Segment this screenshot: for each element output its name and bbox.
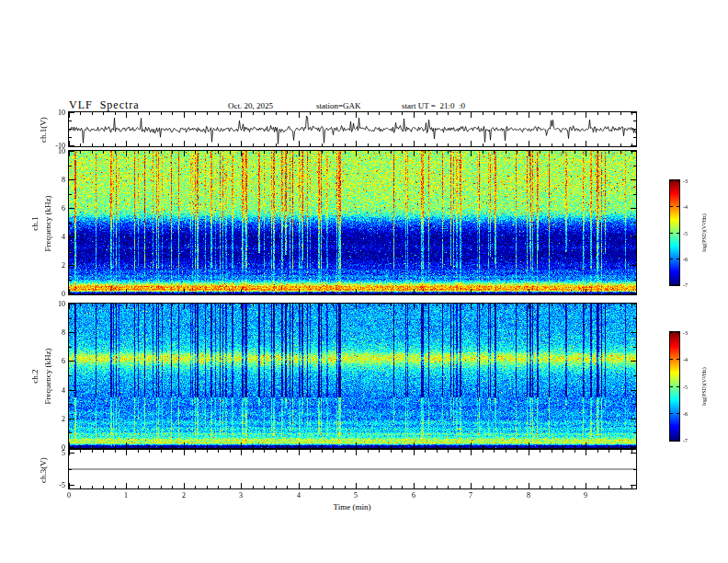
axis-tick <box>391 304 392 306</box>
axis-tick <box>494 445 495 448</box>
axis-tick <box>597 112 598 115</box>
axis-tick <box>126 442 127 448</box>
colorbar-ch1 <box>669 179 680 286</box>
axis-tick <box>184 151 185 156</box>
axis-tick <box>677 440 679 441</box>
axis-tick <box>586 442 586 448</box>
axis-tick <box>241 304 242 309</box>
axis-tick <box>631 112 632 115</box>
axis-tick <box>345 450 346 453</box>
axis-tick <box>161 144 162 146</box>
axis-tick <box>471 450 472 455</box>
axis-tick <box>103 445 104 448</box>
axis-tick <box>172 486 173 488</box>
x-tick-label: 2 <box>173 491 195 500</box>
axis-tick <box>299 141 300 146</box>
axis-tick <box>540 151 540 154</box>
axis-tick <box>597 292 598 294</box>
axis-tick <box>670 440 673 441</box>
axis-tick <box>631 361 636 362</box>
axis-tick <box>80 445 81 448</box>
axis-tick <box>633 223 636 224</box>
axis-tick <box>448 450 449 453</box>
axis-tick <box>333 304 334 306</box>
axis-tick <box>402 151 403 154</box>
axis-tick <box>414 450 415 455</box>
y-tick-label: 5 <box>40 449 65 457</box>
axis-tick <box>379 450 380 453</box>
y-tick-label: 2 <box>40 415 65 423</box>
axis-tick <box>368 450 369 453</box>
axis-tick <box>184 112 185 118</box>
axis-tick <box>80 112 81 115</box>
axis-tick <box>138 304 139 306</box>
axis-tick <box>368 445 369 448</box>
axis-tick <box>172 151 173 154</box>
axis-tick <box>184 450 185 455</box>
x-tick-label: 9 <box>574 491 597 500</box>
axis-tick <box>563 304 563 306</box>
colorbar-ch2-label: log(PSD)(V²/Hz) <box>701 367 707 405</box>
y-tick-label: 2 <box>40 261 65 270</box>
axis-tick <box>138 112 139 115</box>
axis-tick <box>448 445 449 448</box>
axis-tick <box>631 419 636 419</box>
axis-tick <box>138 486 139 488</box>
axis-tick <box>172 450 173 453</box>
axis-tick <box>517 112 518 115</box>
axis-tick <box>69 419 74 419</box>
axis-tick <box>69 223 72 224</box>
axis-tick <box>402 445 403 448</box>
axis-tick <box>574 144 575 146</box>
axis-tick <box>184 289 185 294</box>
axis-tick <box>333 445 334 448</box>
colorbar-tick-label: -4 <box>683 356 696 364</box>
axis-tick <box>149 450 150 453</box>
axis-tick <box>414 112 415 118</box>
axis-tick <box>149 292 150 294</box>
axis-tick <box>184 483 185 488</box>
axis-tick <box>631 144 632 146</box>
axis-tick <box>586 151 586 156</box>
axis-tick <box>494 292 495 294</box>
axis-tick <box>391 151 392 154</box>
axis-tick <box>460 151 461 154</box>
axis-tick <box>356 112 357 118</box>
axis-tick <box>92 486 93 488</box>
axis-tick <box>276 486 277 488</box>
colorbar-tick-label: -3 <box>683 178 696 186</box>
axis-tick <box>448 304 449 306</box>
axis-tick <box>631 390 636 391</box>
axis-tick <box>670 413 673 414</box>
axis-tick <box>540 450 540 453</box>
axis-tick <box>115 151 116 154</box>
axis-tick <box>92 144 93 146</box>
colorbar-tick-label: -5 <box>683 230 696 238</box>
axis-tick <box>356 289 357 294</box>
axis-tick <box>322 445 323 448</box>
axis-tick <box>391 450 392 453</box>
axis-tick <box>253 112 254 115</box>
axis-tick <box>402 144 403 146</box>
axis-tick <box>310 112 311 115</box>
colorbar-tick-label: -7 <box>683 437 696 445</box>
axis-tick <box>506 151 506 154</box>
axis-tick <box>69 318 72 319</box>
axis-tick <box>483 112 483 115</box>
axis-tick <box>460 450 461 453</box>
axis-tick <box>677 259 679 259</box>
axis-tick <box>425 304 426 306</box>
x-tick-label: 0 <box>58 491 80 500</box>
axis-tick <box>333 144 334 146</box>
ch1-waveform-canvas <box>69 112 636 146</box>
axis-tick <box>276 450 277 453</box>
axis-tick <box>517 292 518 294</box>
axis-tick <box>253 450 254 453</box>
axis-tick <box>552 112 552 115</box>
x-tick-label: 7 <box>460 491 482 500</box>
axis-tick <box>69 361 74 362</box>
axis-tick <box>92 292 93 294</box>
axis-tick <box>540 486 540 488</box>
axis-tick <box>264 292 265 294</box>
axis-tick <box>287 304 288 306</box>
